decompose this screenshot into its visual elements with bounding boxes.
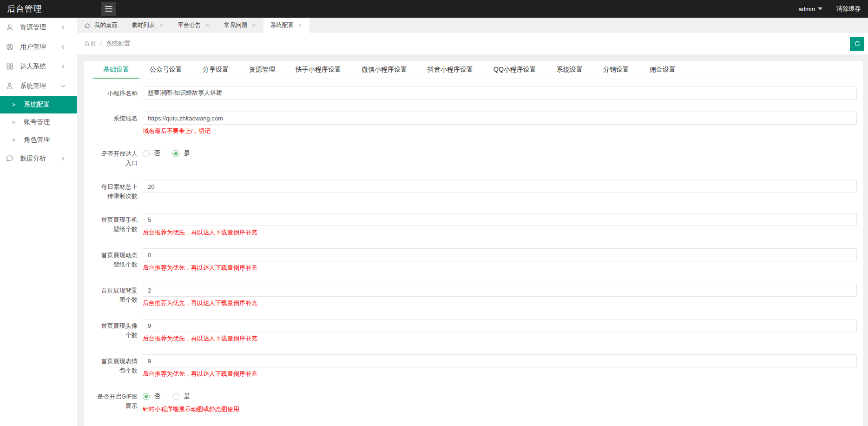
settings-form: 小程序名称系统域名域名最后不要带上/，切记是否开放达人入口否是每日素材总上传限制… (93, 79, 857, 426)
sidebar-item-label: 资源管理 (20, 23, 60, 32)
open-talent-entry-radio-option[interactable]: 否 (143, 149, 160, 158)
field-control: 后台推荐为优先，再以达人下载量倒序补充 (143, 248, 857, 272)
sidebar-subitem[interactable]: >账号管理 (0, 113, 77, 131)
header-right: admin 清除缓存 (799, 5, 868, 13)
home-live-wallpaper-count-input[interactable] (143, 248, 857, 261)
field-control: 后台推荐为优先，再以达人下载量倒序补充 (143, 213, 857, 236)
page-tab[interactable]: 我的桌面 (77, 18, 125, 33)
chevron-down-icon (60, 83, 66, 89)
home-avatar-count-input[interactable] (143, 319, 857, 332)
settings-tabs: 基础设置公众号设置分享设置资源管理快手小程序设置微信小程序设置抖音小程序设置QQ… (93, 61, 857, 79)
settings-tab[interactable]: 微信小程序设置 (351, 61, 417, 79)
field-control: 后台推荐为优先，再以达人下载量倒序补充 (143, 319, 857, 342)
sidebar-item-label: 系统管理 (20, 82, 60, 90)
home-background-count-input[interactable] (143, 284, 857, 297)
breadcrumb: 首页 / 系统配置 (77, 33, 868, 54)
field-hint: 后台推荐为优先，再以达人下载量倒序补充 (143, 334, 857, 342)
miniapp-name-input[interactable] (143, 87, 857, 100)
radio-unchecked-icon (172, 393, 179, 400)
open-talent-entry-radio-group: 否是 (143, 147, 857, 160)
close-icon[interactable]: × (158, 21, 164, 29)
close-icon[interactable]: × (297, 21, 303, 29)
radio-unchecked-icon (143, 150, 150, 157)
sidebar-subitem-label: 角色管理 (24, 136, 50, 144)
close-icon[interactable]: × (251, 21, 256, 29)
sidebar-item-label: 用户管理 (20, 43, 60, 51)
field-label: 是否开启GIF图展示 (93, 390, 138, 413)
field-control (143, 180, 857, 201)
menu-toggle-button[interactable] (101, 2, 116, 16)
chevron-left-icon (60, 44, 66, 50)
app-title: 后台管理 (0, 3, 77, 14)
field-label: 每日素材总上传限制次数 (93, 180, 138, 201)
page-tab[interactable]: 系统配置× (263, 18, 310, 33)
sidebar-subitem[interactable]: >系统配置 (0, 96, 77, 113)
gif-display-radio-option[interactable]: 是 (172, 392, 190, 400)
system-domain-input[interactable] (143, 112, 857, 125)
breadcrumb-home[interactable]: 首页 (84, 40, 96, 48)
refresh-icon (854, 40, 861, 47)
settings-tab[interactable]: 快手小程序设置 (285, 61, 351, 79)
settings-tab[interactable]: 佣金设置 (639, 61, 686, 79)
radio-checked-icon (172, 150, 179, 157)
field-label: 是否开放达人入口 (93, 147, 138, 168)
field-hint: 后台推荐为优先，再以达人下载量倒序补充 (143, 370, 857, 378)
page-tab[interactable]: 素材列表× (125, 18, 171, 33)
sidebar-item[interactable]: 用户管理 (0, 37, 77, 57)
field-hint: 后台推荐为优先，再以达人下载量倒序补充 (143, 299, 857, 307)
settings-tab[interactable]: 系统设置 (546, 61, 593, 79)
radio-option-label: 是 (184, 392, 190, 400)
page-tab[interactable]: 平台公告× (171, 18, 217, 33)
main-area: 我的桌面素材列表×平台公告×常见问题×系统配置× 首页 / 系统配置 基础设置公… (77, 18, 868, 426)
open-talent-entry-radio-option[interactable]: 是 (172, 149, 190, 158)
settings-tab[interactable]: 抖音小程序设置 (417, 61, 483, 79)
sidebar-item[interactable]: 资源管理 (0, 18, 77, 37)
form-row-home-emoji-count: 首页展现表情包个数后台推荐为优先，再以达人下载量倒序补充 (93, 354, 857, 378)
form-row-home-live-wallpaper-count: 首页展现动态壁纸个数后台推荐为优先，再以达人下载量倒序补充 (93, 248, 857, 272)
settings-tab[interactable]: 分享设置 (192, 61, 239, 79)
clear-cache-button[interactable]: 清除缓存 (836, 5, 861, 13)
sidebar-item[interactable]: 数据分析 (0, 149, 77, 168)
arrow-right-icon: > (12, 119, 15, 126)
sidebar-item[interactable]: 达人系统 (0, 57, 77, 76)
header: 后台管理 admin 清除缓存 (0, 0, 868, 18)
home-phone-wallpaper-count-input[interactable] (143, 213, 857, 226)
form-row-miniapp-name: 小程序名称 (93, 87, 857, 100)
daily-upload-limit-input[interactable] (143, 180, 857, 193)
field-control: 否是 (143, 147, 857, 168)
settings-tab[interactable]: 公众号设置 (139, 61, 192, 79)
page-tab-label: 我的桌面 (94, 21, 118, 29)
settings-tab[interactable]: 基础设置 (93, 61, 139, 79)
field-hint: 域名最后不要带上/，切记 (143, 127, 857, 135)
field-label: 首页展现表情包个数 (93, 354, 138, 378)
page-tab-label: 素材列表 (132, 21, 155, 29)
breadcrumb-separator: / (100, 40, 102, 47)
sidebar-subitem[interactable]: >角色管理 (0, 131, 77, 149)
form-row-open-talent-entry: 是否开放达人入口否是 (93, 147, 857, 168)
settings-tab[interactable]: 分销设置 (593, 61, 639, 79)
sidebar-submenu: >系统配置>账号管理>角色管理 (0, 96, 77, 149)
form-row-home-background-count: 首页展现背景图个数后台推荐为优先，再以达人下载量倒序补充 (93, 284, 857, 307)
field-hint: 后台推荐为优先，再以达人下载量倒序补充 (143, 228, 857, 236)
bubble-icon (6, 154, 14, 163)
chevron-left-icon (60, 64, 66, 69)
gif-display-radio-option[interactable]: 否 (143, 392, 160, 400)
sidebar-item[interactable]: 系统管理 (0, 76, 77, 96)
sidebar-item-label: 达人系统 (20, 62, 60, 71)
home-emoji-count-input[interactable] (143, 354, 857, 367)
username: admin (799, 6, 815, 13)
settings-tab[interactable]: QQ小程序设置 (483, 61, 546, 79)
close-icon[interactable]: × (205, 21, 210, 29)
radio-option-label: 是 (184, 149, 190, 158)
user-dropdown[interactable]: admin (799, 6, 822, 13)
sidebar-menu: 资源管理用户管理达人系统系统管理>系统配置>账号管理>角色管理数据分析 (0, 18, 77, 168)
radio-option-label: 否 (154, 392, 160, 400)
page-tab-label: 平台公告 (178, 21, 201, 29)
page-tab[interactable]: 常见问题× (217, 18, 263, 33)
field-hint: 针对小程序端展示动图或静态图使用 (143, 405, 857, 413)
form-row-daily-upload-limit: 每日素材总上传限制次数 (93, 180, 857, 201)
settings-tab[interactable]: 资源管理 (239, 61, 285, 79)
refresh-button[interactable] (850, 37, 864, 51)
field-label: 首页展现背景图个数 (93, 284, 138, 307)
content: 基础设置公众号设置分享设置资源管理快手小程序设置微信小程序设置抖音小程序设置QQ… (77, 54, 868, 426)
